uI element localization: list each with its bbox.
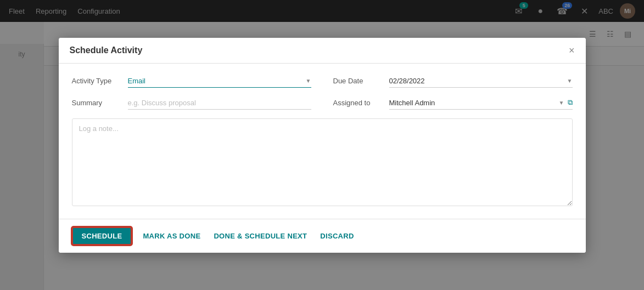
modal-footer: SCHEDULE MARK AS DONE DONE & SCHEDULE NE… [59,219,586,253]
modal-close-button[interactable]: × [569,46,575,55]
activity-type-label: Activity Type [72,77,121,85]
summary-input[interactable] [128,96,311,110]
schedule-button[interactable]: SCHEDULE [72,227,132,245]
assigned-to-group: Assigned to ▼ ⧉ [333,96,573,110]
mark-as-done-button[interactable]: MARK AS DONE [141,228,203,244]
note-textarea[interactable] [72,118,573,206]
schedule-activity-modal: Schedule Activity × Activity Type Email … [59,38,586,253]
activity-type-group: Activity Type Email ▼ [72,75,311,88]
assigned-to-input[interactable] [389,96,556,109]
done-schedule-next-button[interactable]: DONE & SCHEDULE NEXT [211,228,309,244]
activity-type-select[interactable]: Email [128,75,306,87]
summary-group: Summary [72,96,311,110]
summary-label: Summary [72,99,121,107]
assigned-external-link-icon[interactable]: ⧉ [568,98,573,107]
note-area [72,118,573,208]
due-date-input[interactable] [389,75,567,87]
modal-title: Schedule Activity [70,46,143,55]
modal-header: Schedule Activity × [59,38,586,64]
assigned-to-label: Assigned to [333,99,383,107]
due-date-wrap: ▼ [389,75,573,88]
assigned-arrow: ▼ [559,100,564,106]
form-row-2: Summary Assigned to ▼ ⧉ [72,96,573,110]
activity-type-select-wrap: Email ▼ [128,75,311,88]
due-date-arrow: ▼ [567,78,573,84]
modal-body: Activity Type Email ▼ Due Date ▼ Summar [59,64,586,219]
discard-button[interactable]: DISCARD [318,228,356,244]
form-row-1: Activity Type Email ▼ Due Date ▼ [72,75,573,88]
due-date-label: Due Date [333,77,383,85]
due-date-group: Due Date ▼ [333,75,573,88]
activity-type-arrow: ▼ [306,78,311,84]
assigned-to-wrap: ▼ ⧉ [389,96,573,110]
